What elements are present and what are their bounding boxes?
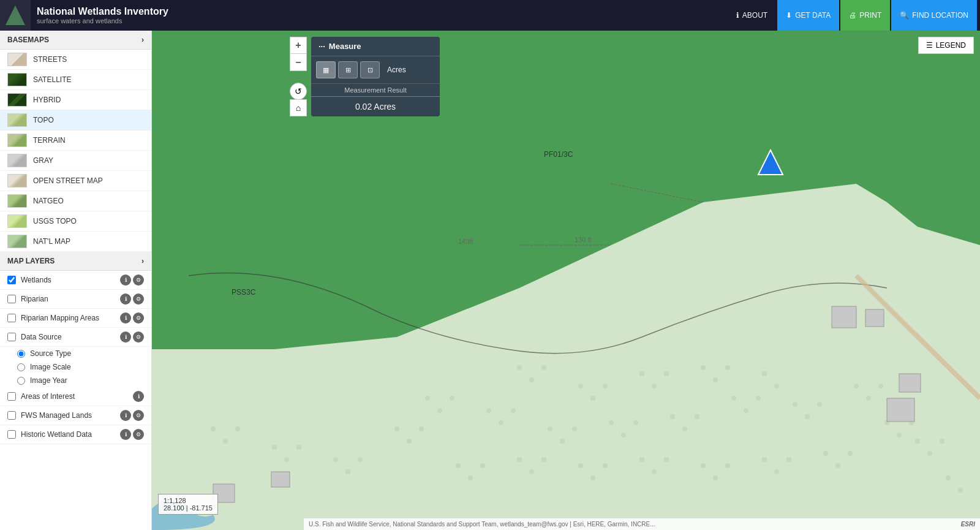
data-source-info-icon[interactable]: ℹ: [120, 331, 131, 343]
svg-point-33: [419, 426, 424, 431]
wetlands-checkbox[interactable]: [7, 276, 16, 284]
printer-icon: 🖨: [849, 11, 856, 20]
riparian-settings-icon[interactable]: ⚙: [133, 293, 144, 305]
data-source-settings-icon[interactable]: ⚙: [133, 331, 144, 343]
zoom-out-button[interactable]: −: [290, 54, 307, 71]
wetlands-label: Wetlands: [21, 276, 120, 284]
svg-point-7: [603, 384, 608, 388]
map-layers-section-header[interactable]: MAP LAYERS ›: [0, 252, 151, 271]
historic-settings-icon[interactable]: ⚙: [133, 429, 144, 440]
layer-item-wetlands[interactable]: Wetlands ℹ ⚙: [0, 271, 151, 290]
svg-point-11: [701, 365, 706, 370]
riparian-checkbox[interactable]: [7, 295, 16, 303]
svg-point-10: [664, 371, 669, 376]
svg-rect-87: [899, 374, 921, 392]
image-scale-label: Image Scale: [30, 363, 71, 371]
svg-point-2: [517, 365, 522, 370]
svg-point-26: [682, 426, 687, 431]
layer-item-riparian[interactable]: Riparian ℹ ⚙: [0, 290, 151, 309]
basemap-item-natgeo[interactable]: NATGEO: [0, 191, 151, 211]
layer-item-data-source[interactable]: Data Source ℹ ⚙: [0, 328, 151, 347]
data-source-label: Data Source: [21, 333, 120, 341]
svg-point-75: [235, 426, 240, 431]
svg-point-14: [762, 371, 767, 376]
svg-point-71: [284, 457, 289, 462]
compass-button[interactable]: ↺: [290, 83, 307, 100]
fws-managed-checkbox[interactable]: [7, 411, 16, 420]
radio-item-source-type[interactable]: Source Type: [0, 347, 151, 360]
radio-item-image-year[interactable]: Image Year: [0, 374, 151, 387]
measure-polygon-tool[interactable]: ▦: [316, 61, 336, 78]
basemap-item-hybrid[interactable]: HYBRID: [0, 90, 151, 110]
home-button[interactable]: ⌂: [290, 99, 307, 116]
historic-wetland-label: Historic Wetland Data: [21, 430, 120, 439]
historic-wetland-checkbox[interactable]: [7, 430, 16, 439]
fws-managed-label: FWS Managed Lands: [21, 411, 120, 420]
get-data-button[interactable]: ⬇ GET DATA: [777, 0, 839, 31]
riparian-info-icon[interactable]: ℹ: [120, 293, 131, 305]
find-location-button[interactable]: 🔍 FIND LOCATION: [891, 0, 977, 31]
basemap-label-usgstopo: USGS TOPO: [33, 217, 77, 225]
basemap-thumb-terrain: [7, 134, 27, 147]
basemap-item-openstreet[interactable]: OPEN STREET MAP: [0, 171, 151, 191]
riparian-mapping-info-icon[interactable]: ℹ: [120, 312, 131, 324]
radio-item-image-scale[interactable]: Image Scale: [0, 360, 151, 374]
basemaps-section-header[interactable]: BASEMAPS ›: [0, 31, 151, 50]
svg-point-30: [450, 396, 454, 401]
svg-point-16: [486, 408, 491, 413]
basemap-item-streets[interactable]: STREETS: [0, 50, 151, 70]
layer-item-historic-wetland[interactable]: Historic Wetland Data ℹ ⚙: [0, 425, 151, 444]
basemap-label-openstreet: OPEN STREET MAP: [33, 176, 103, 185]
source-type-radio[interactable]: [17, 350, 25, 358]
measure-line-tool[interactable]: ⊞: [338, 61, 358, 78]
svg-point-35: [744, 408, 748, 413]
basemap-label-streets: STREETS: [33, 55, 67, 64]
historic-info-icon[interactable]: ℹ: [120, 429, 131, 440]
sidebar: BASEMAPS › STREETS SATELLITE HYBRID TOPO…: [0, 31, 152, 530]
legend-button[interactable]: ☰ LEGEND: [918, 37, 974, 54]
wetlands-info-icon[interactable]: ℹ: [120, 274, 131, 286]
areas-info-icon[interactable]: ℹ: [133, 391, 144, 402]
fws-settings-icon[interactable]: ⚙: [133, 410, 144, 421]
basemap-item-topo[interactable]: TOPO: [0, 110, 151, 131]
layer-item-areas-of-interest[interactable]: Areas of Interest ℹ: [0, 387, 151, 406]
riparian-mapping-checkbox[interactable]: [7, 314, 16, 322]
basemap-label-topo: TOPO: [33, 116, 54, 124]
basemap-item-satellite[interactable]: SATELLITE: [0, 70, 151, 90]
layer-item-fws-managed[interactable]: FWS Managed Lands ℹ ⚙: [0, 406, 151, 425]
riparian-mapping-settings-icon[interactable]: ⚙: [133, 312, 144, 324]
basemap-item-natlmap[interactable]: NAT'L MAP: [0, 232, 151, 252]
print-button[interactable]: 🖨 PRINT: [840, 0, 890, 31]
wetlands-icons: ℹ ⚙: [120, 274, 144, 286]
chevron-right-icon: ›: [141, 36, 144, 44]
fws-info-icon[interactable]: ℹ: [120, 410, 131, 421]
svg-point-55: [578, 463, 583, 468]
measure-point-tool[interactable]: ⊡: [360, 61, 380, 78]
image-year-radio[interactable]: [17, 377, 25, 385]
basemap-item-gray[interactable]: GRAY: [0, 151, 151, 171]
basemap-label-natlmap: NAT'L MAP: [33, 237, 70, 246]
svg-point-54: [541, 457, 546, 462]
basemap-item-usgstopo[interactable]: USGS TOPO: [0, 211, 151, 232]
riparian-label: Riparian: [21, 295, 120, 303]
data-source-checkbox[interactable]: [7, 333, 16, 341]
svg-point-59: [652, 469, 657, 474]
wetlands-settings-icon[interactable]: ⚙: [133, 274, 144, 286]
svg-point-68: [835, 463, 840, 468]
logo-icon: [6, 6, 25, 25]
basemap-item-terrain[interactable]: TERRAIN: [0, 131, 151, 151]
areas-of-interest-checkbox[interactable]: [7, 392, 16, 401]
scale-bar: 1:1,128 28.100 | -81.715: [158, 494, 218, 515]
map-attribution: U.S. Fish and Wildlife Service, National…: [304, 518, 980, 530]
basemap-thumb-topo: [7, 113, 27, 127]
svg-point-63: [725, 463, 730, 468]
image-scale-radio[interactable]: [17, 363, 25, 371]
zoom-in-button[interactable]: +: [290, 37, 307, 54]
map-area[interactable]: PF01/3C PSS3C 143ft 130 ft + − ↺ ⌂ ··· M…: [152, 31, 980, 530]
scale-ratio: 1:1,128: [164, 497, 213, 504]
svg-point-18: [511, 408, 516, 413]
layer-item-riparian-mapping[interactable]: Riparian Mapping Areas ℹ ⚙: [0, 309, 151, 328]
svg-point-39: [817, 402, 822, 407]
about-button[interactable]: ℹ ABOUT: [728, 0, 776, 31]
svg-point-65: [774, 469, 779, 474]
